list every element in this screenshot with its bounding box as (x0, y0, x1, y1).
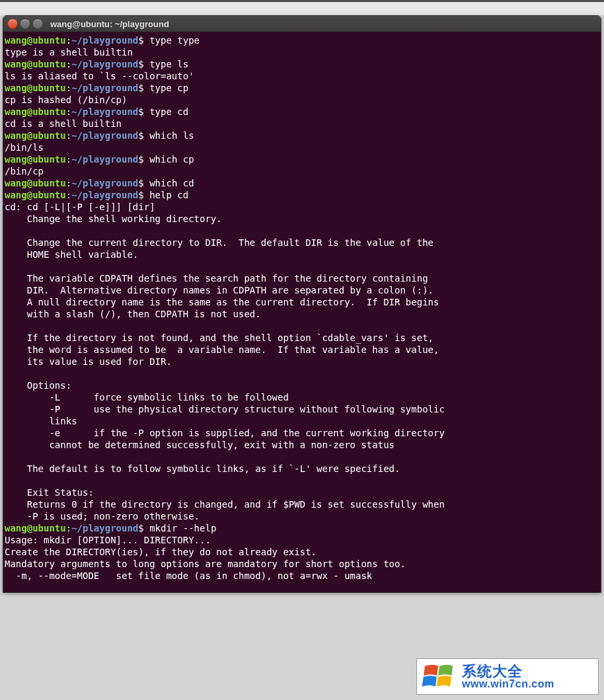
terminal-output-line: -P is used; non-zero otherwise. (5, 510, 599, 522)
terminal-output-line: cd: cd [-L|[-P [-e]]] [dir] (5, 201, 599, 213)
minimize-icon[interactable] (20, 19, 30, 29)
terminal-output-line: -P use the physical directory structure … (5, 403, 599, 415)
terminal-command-line: wang@ubuntu:~/playground$ type cp (5, 82, 599, 94)
terminal-command-line: wang@ubuntu:~/playground$ type ls (5, 58, 599, 70)
terminal-output-line: A null directory name is the same as the… (5, 296, 599, 308)
window-titlebar[interactable]: wang@ubuntu: ~/playground (3, 16, 601, 32)
terminal-output-line: Change the shell working directory. (5, 213, 599, 225)
watermark-text: 系统大全 www.win7cn.com (462, 664, 554, 690)
terminal-output-line: Change the current directory to DIR. The… (5, 237, 599, 249)
terminal-output-line: HOME shell variable. (5, 249, 599, 260)
terminal-output-line: Usage: mkdir [OPTION]... DIRECTORY... (5, 534, 599, 546)
terminal-output-line: cannot be determined successfully, exit … (5, 439, 599, 451)
terminal-output-line: type is a shell builtin (5, 46, 599, 58)
terminal-output-line: cp is hashed (/bin/cp) (5, 94, 599, 106)
terminal-output-line (5, 451, 599, 463)
close-icon[interactable] (7, 19, 18, 29)
terminal-output-line: Options: (5, 379, 599, 391)
desktop-gap (0, 2, 604, 15)
terminal-output-line: with a slash (/), then CDPATH is not use… (5, 308, 599, 320)
terminal-output-line: If the directory is not found, and the s… (5, 332, 599, 344)
terminal-output-line: cd is a shell builtin (5, 118, 599, 130)
terminal-output-line (5, 260, 599, 272)
watermark-title: 系统大全 (462, 664, 554, 679)
terminal-output-line: the word is assumed to be a variable nam… (5, 344, 599, 356)
terminal-output-line: ls is aliased to `ls --color=auto' (5, 70, 599, 82)
watermark-badge: 系统大全 www.win7cn.com (416, 658, 599, 695)
terminal-output-line: The default is to follow symbolic links,… (5, 463, 599, 475)
terminal-output-line: The variable CDPATH defines the search p… (5, 272, 599, 284)
terminal-output-line: Mandatory arguments to long options are … (5, 558, 599, 570)
terminal-output-line: /bin/ls (5, 141, 599, 153)
maximize-icon[interactable] (32, 19, 43, 29)
terminal-output-line (5, 475, 599, 486)
terminal-content[interactable]: wang@ubuntu:~/playground$ type typetype … (3, 32, 601, 592)
terminal-output-line (5, 225, 599, 237)
terminal-output-line: -e if the -P option is supplied, and the… (5, 427, 599, 439)
terminal-window: wang@ubuntu: ~/playground wang@ubuntu:~/… (3, 15, 601, 593)
terminal-output-line: Returns 0 if the directory is changed, a… (5, 498, 599, 510)
terminal-output-line: -L force symbolic links to be followed (5, 391, 599, 403)
windows-logo-icon (420, 662, 458, 691)
terminal-output-line (5, 320, 599, 332)
terminal-output-line: Exit Status: (5, 486, 599, 498)
terminal-output-line: /bin/cp (5, 165, 599, 177)
terminal-command-line: wang@ubuntu:~/playground$ type cd (5, 106, 599, 118)
watermark-url: www.win7cn.com (462, 679, 554, 690)
terminal-output-line: Create the DIRECTORY(ies), if they do no… (5, 546, 599, 558)
terminal-output-line: links (5, 415, 599, 427)
terminal-command-line: wang@ubuntu:~/playground$ which ls (5, 130, 599, 141)
window-title: wang@ubuntu: ~/playground (50, 19, 169, 29)
terminal-output-line (5, 368, 599, 379)
terminal-output-line: DIR. Alternative directory names in CDPA… (5, 284, 599, 296)
terminal-command-line: wang@ubuntu:~/playground$ mkdir --help (5, 522, 599, 534)
terminal-command-line: wang@ubuntu:~/playground$ type type (5, 34, 599, 46)
terminal-command-line: wang@ubuntu:~/playground$ which cd (5, 177, 599, 189)
terminal-command-line: wang@ubuntu:~/playground$ help cd (5, 189, 599, 201)
terminal-output-line: its value is used for DIR. (5, 356, 599, 368)
terminal-command-line: wang@ubuntu:~/playground$ which cp (5, 153, 599, 165)
terminal-output-line: -m, --mode=MODE set file mode (as in chm… (5, 570, 599, 582)
